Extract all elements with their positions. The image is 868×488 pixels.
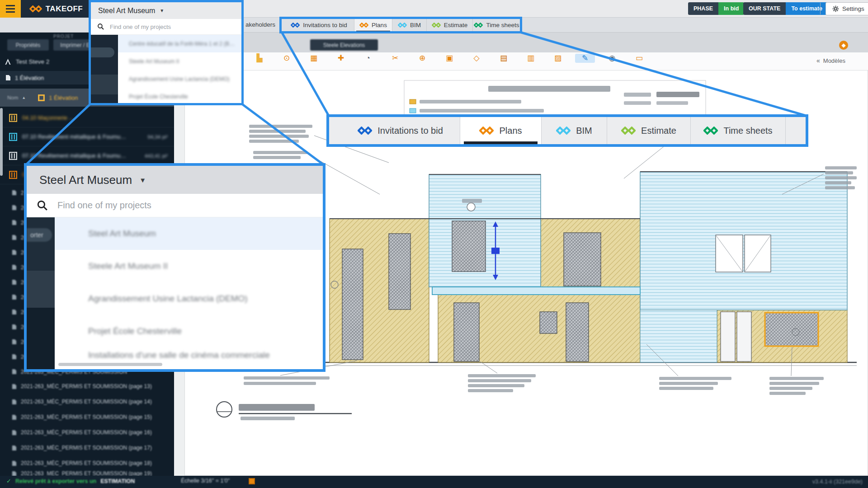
phase-badge: PHASE In bid bbox=[688, 2, 744, 15]
sheet-tab[interactable]: Steele Elevations bbox=[310, 39, 378, 51]
tool-exporter-button[interactable]: ▥ bbox=[521, 54, 541, 63]
tab-time-sheets[interactable]: Time sheets bbox=[473, 18, 521, 32]
project-option[interactable]: Agrandissement Usine Lactancia (DEMO) bbox=[55, 282, 323, 315]
settings-label: Settings bbox=[842, 5, 864, 12]
tab-invitations-to-bid[interactable]: Invitations to bid bbox=[284, 18, 354, 32]
phase-label: PHASE bbox=[688, 2, 718, 15]
project-option[interactable]: Centre éducatif de la Forêt-Méra 1 et 2 … bbox=[118, 35, 241, 52]
page-item[interactable]: 2021-263_MÉC_PERMIS ET SOUMISSION (page … bbox=[0, 425, 174, 440]
takeoff-item[interactable]: 07.10 Revêtement métallique & Fournures … bbox=[0, 146, 174, 165]
tab-bim[interactable]: BIM bbox=[392, 18, 427, 32]
project-option[interactable]: Projet École Chesterville bbox=[118, 88, 241, 105]
page-item[interactable]: 2021-263_MÉC_PERMIS ET SOUMISSION (page … bbox=[0, 379, 174, 394]
inset-project-search[interactable]: Find one of my projects bbox=[27, 194, 323, 217]
project-search-placeholder: Find one of my projects bbox=[110, 23, 171, 30]
diamonds-icon bbox=[398, 23, 407, 28]
inset-tab-estimate[interactable]: Estimate bbox=[607, 117, 691, 144]
diamonds-icon bbox=[703, 127, 718, 135]
document-icon bbox=[12, 460, 17, 466]
takeoff-item-value: 443,41 pi² bbox=[145, 153, 168, 159]
project-option[interactable]: Agrandissement Usine Lactancia (DEMO) bbox=[118, 70, 241, 88]
tool-calques-button[interactable]: ◉ bbox=[602, 54, 622, 63]
tool-ajouter-point-button[interactable]: ⊕ bbox=[412, 54, 432, 63]
relever-icon: ▙ bbox=[250, 54, 269, 63]
diamonds-icon bbox=[359, 23, 368, 28]
tool-diviser-button[interactable]: ◔ bbox=[358, 54, 378, 63]
diamonds-icon bbox=[291, 23, 300, 28]
tool-rayon-button[interactable]: ✚ bbox=[331, 54, 351, 63]
document-icon bbox=[12, 220, 17, 225]
state-selector[interactable]: OUR STATE To estimate▼ bbox=[743, 2, 836, 15]
elevation-group-icon bbox=[38, 94, 45, 102]
models-toggle[interactable]: « Modèles bbox=[816, 57, 845, 64]
project-dropdown-zoom-inset: Steel Art Museum ▼ Find one of my projec… bbox=[24, 163, 326, 372]
rayon-icon: ✚ bbox=[331, 54, 351, 63]
scale-indicator[interactable]: Échelle 3/16" = 1'0" bbox=[181, 478, 230, 484]
scale-grid-icon bbox=[249, 478, 255, 484]
export-ready-strong: ESTIMATION bbox=[100, 478, 135, 484]
tab-label: Estimate bbox=[641, 126, 676, 136]
project-search[interactable]: Find one of my projects bbox=[91, 19, 241, 35]
takeoff-item[interactable]: 04.10 Maçonnerie ... bbox=[0, 108, 174, 127]
tool-deduire-button[interactable]: ▦ bbox=[304, 54, 324, 63]
settings-button[interactable]: Settings bbox=[826, 2, 868, 15]
state-label: OUR STATE bbox=[743, 2, 786, 15]
project-tree-root-label: Test Steve 2 bbox=[16, 58, 49, 65]
elevation-group-label: 1 Élévation bbox=[49, 94, 78, 101]
document-icon bbox=[12, 324, 17, 330]
diamonds-icon bbox=[621, 127, 636, 135]
tool-deplacer-button[interactable]: ◇ bbox=[467, 54, 486, 63]
project-option[interactable]: Steele Art Museum II bbox=[55, 250, 323, 282]
sidebar-peek-button-fragment bbox=[91, 47, 114, 57]
page-item[interactable]: 2021-263_MÉC_PERMIS ET SOUMISSION (page … bbox=[0, 455, 174, 471]
takeoff-item[interactable]: 07.10 Revêtement métallique & Fournures … bbox=[0, 127, 174, 146]
document-icon bbox=[12, 339, 17, 345]
inset-project-selector[interactable]: Steel Art Museum ▼ bbox=[27, 166, 323, 194]
tab-label: Time sheets bbox=[723, 126, 772, 136]
ajouter-point-icon: ⊕ bbox=[412, 54, 432, 63]
project-option[interactable]: Steele Art Museum II bbox=[118, 52, 241, 70]
page-item[interactable]: 2021-263_MÉC_PERMIS ET SOUMISSION (page … bbox=[0, 440, 174, 455]
tool-legende-button[interactable]: ▨ bbox=[548, 54, 568, 63]
tool-mesure-button[interactable]: ▭ bbox=[629, 54, 649, 63]
diviser-icon: ◔ bbox=[358, 54, 378, 63]
models-label: Modèles bbox=[823, 57, 845, 64]
project-section-label: PROJET bbox=[53, 34, 74, 39]
project-option[interactable]: Projet École Chesterville bbox=[55, 315, 323, 347]
tab-stakeholders-partial[interactable]: akeholders bbox=[245, 21, 279, 28]
tab-estimate[interactable]: Estimate bbox=[427, 18, 473, 32]
deduire-icon: ▦ bbox=[304, 54, 324, 63]
tool-surligneur-button[interactable]: ✎ bbox=[575, 54, 595, 63]
help-icon[interactable]: ◆ bbox=[839, 41, 848, 50]
inset-horizontal-scrollbar[interactable] bbox=[58, 363, 162, 366]
page-item[interactable]: 2021-263_MÉC_PERMIS ET SOUMISSION (page … bbox=[0, 394, 174, 409]
takeoff-item-icon bbox=[9, 171, 17, 179]
rapport-icon: ▤ bbox=[494, 54, 514, 63]
tab-plans[interactable]: Plans bbox=[354, 18, 392, 32]
page-item[interactable]: 2021-263_MÉC_PERMIS ET SOUMISSION (page … bbox=[0, 409, 174, 425]
tool-relever-button[interactable]: ▙ bbox=[250, 54, 269, 63]
exporter-icon: ▥ bbox=[521, 54, 541, 63]
inset-tab-time-sheets[interactable]: Time sheets bbox=[691, 117, 786, 144]
check-icon: ✓ bbox=[6, 478, 11, 484]
document-icon bbox=[12, 249, 17, 255]
sidebar-scrollbar[interactable] bbox=[0, 108, 3, 176]
deplacer-icon: ◇ bbox=[467, 54, 486, 63]
tool-copier-button[interactable]: ▣ bbox=[439, 54, 459, 63]
search-icon bbox=[97, 23, 104, 30]
project-option[interactable]: Steel Art Museum bbox=[55, 217, 323, 250]
tool-decouper-button[interactable]: ✂ bbox=[385, 54, 405, 63]
properties-button[interactable]: Propriétés bbox=[7, 39, 49, 51]
inset-tab-plans[interactable]: Plans bbox=[460, 117, 542, 144]
project-selector[interactable]: Steel Art Museum ▼ bbox=[91, 2, 241, 19]
tool-completer-button[interactable]: ⊙ bbox=[277, 54, 297, 63]
hamburger-menu-button[interactable] bbox=[0, 0, 21, 18]
copier-icon: ▣ bbox=[439, 54, 459, 63]
sidebar-peek-block bbox=[27, 308, 55, 369]
takeoff-item-icon bbox=[9, 114, 17, 122]
inset-tab-bim[interactable]: BIM bbox=[542, 117, 607, 144]
takeoff-item-value: 94,34 pi² bbox=[147, 134, 168, 140]
takeoff-item-icon bbox=[9, 152, 17, 160]
tool-rapport-button[interactable]: ▤ bbox=[494, 54, 514, 63]
inset-tab-invitations-to-bid[interactable]: Invitations to bid bbox=[341, 117, 460, 144]
